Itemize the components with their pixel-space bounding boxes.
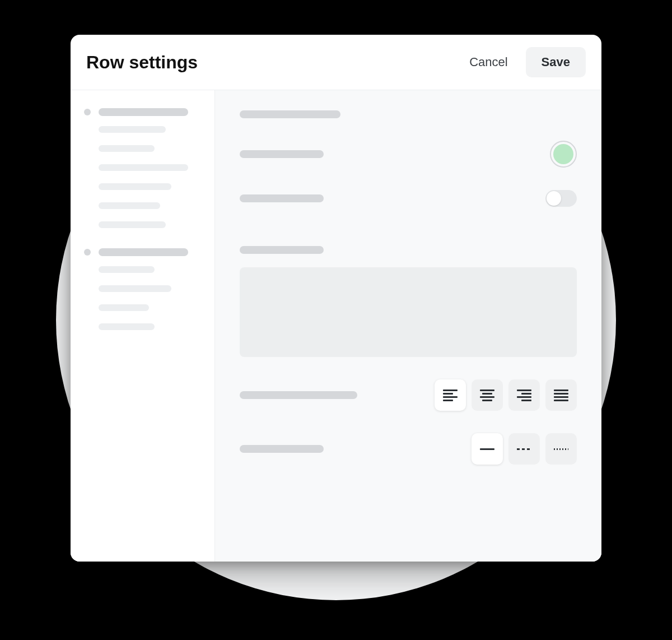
border-style-button-group [472, 433, 577, 465]
border-dashed-button[interactable] [508, 433, 540, 465]
toggle-knob [547, 191, 561, 206]
modal-title: Row settings [86, 52, 457, 73]
sidebar-group [84, 108, 201, 228]
border-style-row [240, 433, 577, 465]
settings-content [215, 90, 601, 562]
cancel-button[interactable]: Cancel [457, 47, 520, 77]
settings-sidebar [71, 90, 215, 562]
save-button[interactable]: Save [526, 47, 586, 77]
border-solid-button[interactable] [472, 433, 503, 465]
alignment-row [240, 379, 577, 411]
toggle-row [240, 190, 577, 207]
sidebar-group-header[interactable] [84, 248, 201, 256]
field-label [240, 445, 324, 453]
border-dotted-button[interactable] [545, 433, 577, 465]
sidebar-group-label [99, 108, 188, 116]
align-left-icon [443, 389, 458, 401]
sidebar-item[interactable] [99, 183, 171, 190]
align-left-button[interactable] [435, 379, 466, 411]
color-swatch-button[interactable] [550, 141, 577, 168]
bullet-icon [84, 109, 91, 115]
sidebar-group-label [99, 248, 188, 256]
align-right-icon [517, 389, 531, 401]
sidebar-item[interactable] [99, 202, 160, 209]
align-justify-button[interactable] [545, 379, 577, 411]
field-label [240, 150, 324, 158]
modal-body [71, 90, 601, 562]
color-row [240, 141, 577, 168]
align-right-button[interactable] [508, 379, 540, 411]
sidebar-item[interactable] [99, 164, 188, 171]
align-justify-icon [554, 389, 568, 401]
sidebar-item[interactable] [99, 304, 149, 311]
sidebar-item[interactable] [99, 323, 155, 330]
align-center-icon [480, 389, 494, 401]
sidebar-item[interactable] [99, 266, 155, 273]
border-solid-icon [480, 448, 494, 450]
field-label [240, 246, 324, 254]
border-dotted-icon [554, 448, 568, 450]
sidebar-item[interactable] [99, 285, 171, 292]
sidebar-item[interactable] [99, 221, 166, 228]
align-center-button[interactable] [472, 379, 503, 411]
sidebar-item[interactable] [99, 126, 166, 133]
alignment-button-group [435, 379, 577, 411]
toggle-switch[interactable] [545, 190, 577, 207]
color-swatch-fill [553, 144, 573, 164]
border-dashed-icon [517, 448, 531, 450]
textarea-input[interactable] [240, 267, 577, 357]
field-label [240, 194, 324, 202]
modal-header: Row settings Cancel Save [71, 35, 601, 90]
row-settings-modal: Row settings Cancel Save [71, 35, 601, 562]
sidebar-group [84, 248, 201, 330]
bullet-icon [84, 249, 91, 256]
sidebar-group-header[interactable] [84, 108, 201, 116]
sidebar-item[interactable] [99, 145, 155, 152]
field-label [240, 391, 357, 399]
textarea-row [240, 246, 577, 357]
section-heading [240, 110, 340, 118]
